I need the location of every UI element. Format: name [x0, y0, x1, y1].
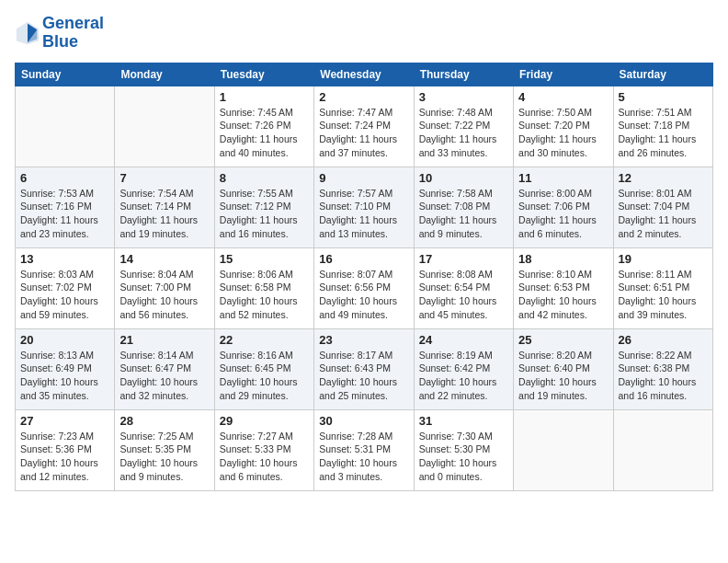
day-number: 24: [419, 333, 508, 347]
day-header-sunday: Sunday: [16, 63, 115, 86]
day-info: Sunrise: 8:13 AM Sunset: 6:49 PM Dayligh…: [20, 349, 109, 403]
calendar-cell: 30Sunrise: 7:28 AM Sunset: 5:31 PM Dayli…: [314, 409, 414, 490]
day-number: 28: [119, 414, 209, 428]
logo-icon: [15, 20, 40, 46]
day-number: 23: [319, 333, 408, 347]
day-number: 20: [20, 333, 109, 347]
day-info: Sunrise: 7:25 AM Sunset: 5:35 PM Dayligh…: [119, 430, 209, 484]
calendar-cell: 6Sunrise: 7:53 AM Sunset: 7:16 PM Daylig…: [16, 167, 115, 247]
day-info: Sunrise: 7:27 AM Sunset: 5:33 PM Dayligh…: [220, 430, 309, 484]
day-header-wednesday: Wednesday: [314, 63, 414, 86]
day-info: Sunrise: 7:58 AM Sunset: 7:08 PM Dayligh…: [419, 187, 508, 241]
day-number: 12: [619, 171, 708, 185]
day-header-monday: Monday: [115, 63, 214, 86]
day-number: 9: [319, 171, 408, 185]
calendar-cell: 16Sunrise: 8:07 AM Sunset: 6:56 PM Dayli…: [314, 247, 414, 328]
day-number: 18: [518, 252, 608, 266]
day-info: Sunrise: 7:28 AM Sunset: 5:31 PM Dayligh…: [319, 430, 408, 484]
day-info: Sunrise: 7:55 AM Sunset: 7:12 PM Dayligh…: [220, 187, 309, 241]
day-info: Sunrise: 8:19 AM Sunset: 6:42 PM Dayligh…: [419, 349, 508, 403]
day-info: Sunrise: 7:57 AM Sunset: 7:10 PM Dayligh…: [319, 187, 408, 241]
day-info: Sunrise: 7:54 AM Sunset: 7:14 PM Dayligh…: [119, 187, 209, 241]
calendar-cell: 7Sunrise: 7:54 AM Sunset: 7:14 PM Daylig…: [115, 167, 214, 247]
day-number: 15: [220, 252, 309, 266]
calendar-cell: 8Sunrise: 7:55 AM Sunset: 7:12 PM Daylig…: [214, 167, 313, 247]
day-number: 3: [419, 90, 508, 104]
day-info: Sunrise: 7:47 AM Sunset: 7:24 PM Dayligh…: [319, 106, 408, 160]
day-info: Sunrise: 8:00 AM Sunset: 7:06 PM Dayligh…: [518, 187, 608, 241]
day-info: Sunrise: 8:14 AM Sunset: 6:47 PM Dayligh…: [119, 349, 209, 403]
day-number: 16: [319, 252, 408, 266]
day-info: Sunrise: 8:03 AM Sunset: 7:02 PM Dayligh…: [20, 268, 109, 322]
calendar-cell: [514, 409, 613, 490]
day-info: Sunrise: 7:50 AM Sunset: 7:20 PM Dayligh…: [518, 106, 608, 160]
calendar-cell: 12Sunrise: 8:01 AM Sunset: 7:04 PM Dayli…: [613, 167, 712, 247]
day-number: 14: [119, 252, 209, 266]
day-info: Sunrise: 8:17 AM Sunset: 6:43 PM Dayligh…: [319, 349, 408, 403]
day-number: 8: [220, 171, 309, 185]
calendar-cell: 13Sunrise: 8:03 AM Sunset: 7:02 PM Dayli…: [16, 247, 115, 328]
day-number: 7: [119, 171, 209, 185]
day-number: 22: [220, 333, 309, 347]
logo: General Blue: [15, 15, 104, 52]
day-header-saturday: Saturday: [613, 63, 712, 86]
calendar-cell: 17Sunrise: 8:08 AM Sunset: 6:54 PM Dayli…: [414, 247, 513, 328]
day-info: Sunrise: 7:51 AM Sunset: 7:18 PM Dayligh…: [619, 106, 708, 160]
day-number: 6: [20, 171, 109, 185]
day-info: Sunrise: 8:16 AM Sunset: 6:45 PM Dayligh…: [220, 349, 309, 403]
calendar-cell: 5Sunrise: 7:51 AM Sunset: 7:18 PM Daylig…: [613, 86, 712, 167]
day-header-tuesday: Tuesday: [214, 63, 313, 86]
day-number: 25: [518, 333, 608, 347]
day-info: Sunrise: 8:11 AM Sunset: 6:51 PM Dayligh…: [619, 268, 708, 322]
day-info: Sunrise: 7:23 AM Sunset: 5:36 PM Dayligh…: [20, 430, 109, 484]
calendar-cell: 31Sunrise: 7:30 AM Sunset: 5:30 PM Dayli…: [414, 409, 513, 490]
calendar-cell: 11Sunrise: 8:00 AM Sunset: 7:06 PM Dayli…: [514, 167, 613, 247]
calendar-cell: [115, 86, 214, 167]
day-info: Sunrise: 7:45 AM Sunset: 7:26 PM Dayligh…: [220, 106, 309, 160]
calendar-cell: 18Sunrise: 8:10 AM Sunset: 6:53 PM Dayli…: [514, 247, 613, 328]
calendar-cell: 24Sunrise: 8:19 AM Sunset: 6:42 PM Dayli…: [414, 328, 513, 409]
day-number: 31: [419, 414, 508, 428]
day-info: Sunrise: 8:01 AM Sunset: 7:04 PM Dayligh…: [619, 187, 708, 241]
day-info: Sunrise: 8:04 AM Sunset: 7:00 PM Dayligh…: [119, 268, 209, 322]
day-number: 4: [518, 90, 608, 104]
calendar-cell: 15Sunrise: 8:06 AM Sunset: 6:58 PM Dayli…: [214, 247, 313, 328]
day-number: 27: [20, 414, 109, 428]
day-info: Sunrise: 8:07 AM Sunset: 6:56 PM Dayligh…: [319, 268, 408, 322]
day-number: 11: [518, 171, 608, 185]
day-number: 26: [619, 333, 708, 347]
calendar-week-row: 13Sunrise: 8:03 AM Sunset: 7:02 PM Dayli…: [16, 247, 713, 328]
calendar-cell: 3Sunrise: 7:48 AM Sunset: 7:22 PM Daylig…: [414, 86, 513, 167]
calendar-cell: 21Sunrise: 8:14 AM Sunset: 6:47 PM Dayli…: [115, 328, 214, 409]
day-info: Sunrise: 7:30 AM Sunset: 5:30 PM Dayligh…: [419, 430, 508, 484]
day-number: 19: [619, 252, 708, 266]
calendar-cell: 27Sunrise: 7:23 AM Sunset: 5:36 PM Dayli…: [16, 409, 115, 490]
calendar-cell: 28Sunrise: 7:25 AM Sunset: 5:35 PM Dayli…: [115, 409, 214, 490]
day-info: Sunrise: 8:20 AM Sunset: 6:40 PM Dayligh…: [518, 349, 608, 403]
day-number: 13: [20, 252, 109, 266]
calendar-cell: 1Sunrise: 7:45 AM Sunset: 7:26 PM Daylig…: [214, 86, 313, 167]
calendar-cell: [613, 409, 712, 490]
calendar-cell: 26Sunrise: 8:22 AM Sunset: 6:38 PM Dayli…: [613, 328, 712, 409]
page-header: General Blue: [15, 15, 713, 52]
calendar-week-row: 1Sunrise: 7:45 AM Sunset: 7:26 PM Daylig…: [16, 86, 713, 167]
day-number: 17: [419, 252, 508, 266]
day-number: 2: [319, 90, 408, 104]
calendar-cell: 9Sunrise: 7:57 AM Sunset: 7:10 PM Daylig…: [314, 167, 414, 247]
day-number: 21: [119, 333, 209, 347]
day-number: 5: [619, 90, 708, 104]
day-number: 1: [220, 90, 309, 104]
day-number: 10: [419, 171, 508, 185]
calendar-cell: 10Sunrise: 7:58 AM Sunset: 7:08 PM Dayli…: [414, 167, 513, 247]
day-info: Sunrise: 8:06 AM Sunset: 6:58 PM Dayligh…: [220, 268, 309, 322]
logo-text: General Blue: [42, 15, 104, 52]
day-info: Sunrise: 7:48 AM Sunset: 7:22 PM Dayligh…: [419, 106, 508, 160]
calendar-cell: 2Sunrise: 7:47 AM Sunset: 7:24 PM Daylig…: [314, 86, 414, 167]
calendar-week-row: 6Sunrise: 7:53 AM Sunset: 7:16 PM Daylig…: [16, 167, 713, 247]
calendar-cell: 23Sunrise: 8:17 AM Sunset: 6:43 PM Dayli…: [314, 328, 414, 409]
day-number: 29: [220, 414, 309, 428]
day-header-thursday: Thursday: [414, 63, 513, 86]
calendar-cell: 25Sunrise: 8:20 AM Sunset: 6:40 PM Dayli…: [514, 328, 613, 409]
calendar-week-row: 27Sunrise: 7:23 AM Sunset: 5:36 PM Dayli…: [16, 409, 713, 490]
calendar-cell: 29Sunrise: 7:27 AM Sunset: 5:33 PM Dayli…: [214, 409, 313, 490]
